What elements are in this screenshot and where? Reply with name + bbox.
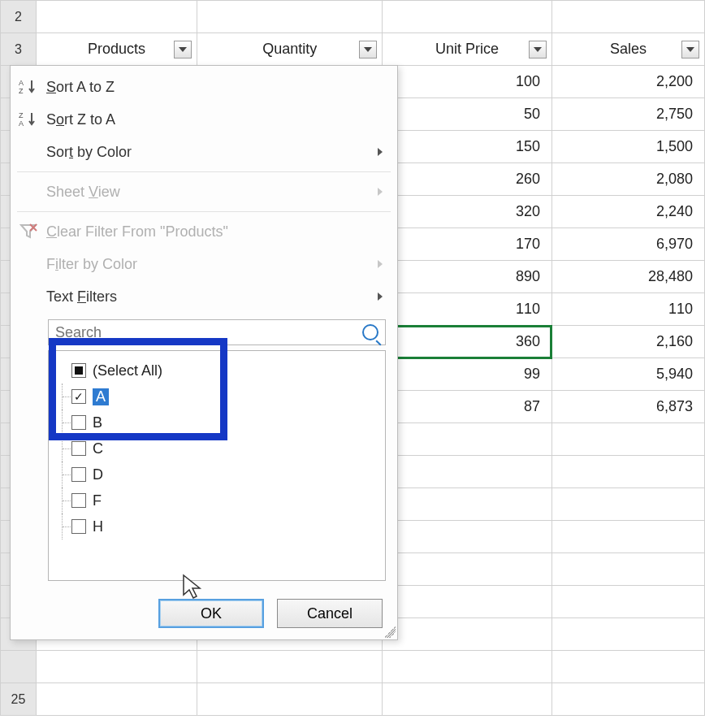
checkbox-icon[interactable] xyxy=(71,519,86,534)
svg-text:A: A xyxy=(19,119,24,128)
ok-button[interactable]: OK xyxy=(158,599,264,628)
menu-filter-by-color: Filter by Color xyxy=(11,248,397,280)
column-header-products[interactable]: Products xyxy=(36,33,197,66)
filter-menu: AZ Sort A to Z ZA Sort Z to A Sort by Co… xyxy=(10,65,398,640)
filter-button-row: OK Cancel xyxy=(11,592,397,639)
menu-sort-za[interactable]: ZA Sort Z to A xyxy=(11,103,397,136)
checkbox-icon[interactable] xyxy=(71,467,86,482)
cancel-button[interactable]: Cancel xyxy=(277,599,383,628)
header-label: Quantity xyxy=(262,41,317,57)
table-row[interactable] xyxy=(1,651,705,683)
filter-item-label: D xyxy=(93,466,103,483)
menu-sort-by-color[interactable]: Sort by Color xyxy=(11,136,397,168)
filter-item-d[interactable]: D xyxy=(71,462,385,488)
checkbox-icon[interactable] xyxy=(71,441,86,456)
filter-item-select-all[interactable]: (Select All) xyxy=(71,358,385,384)
menu-sheet-view: Sheet View xyxy=(11,176,397,208)
filter-item-label: (Select All) xyxy=(93,362,162,379)
filter-item-f[interactable]: F xyxy=(71,488,385,514)
filter-search-box[interactable] xyxy=(48,319,386,345)
filter-dropdown-sales[interactable] xyxy=(681,41,699,58)
filter-item-label: B xyxy=(93,414,102,431)
active-cell: 360 xyxy=(383,326,552,358)
checkbox-mixed-icon[interactable] xyxy=(71,363,86,378)
filter-item-label: A xyxy=(93,388,109,405)
column-header-unit-price[interactable]: Unit Price xyxy=(383,33,552,66)
filter-dropdown-quantity[interactable] xyxy=(359,41,377,58)
filter-item-c[interactable]: C xyxy=(71,436,385,462)
menu-separator xyxy=(17,211,391,212)
filter-values-list: (Select All) A B C D F xyxy=(48,350,386,581)
sort-ascending-icon: AZ xyxy=(19,77,38,97)
filter-dropdown-unit-price[interactable] xyxy=(529,41,547,58)
chevron-down-icon xyxy=(364,47,372,52)
filter-item-a[interactable]: A xyxy=(71,384,385,410)
filter-item-label: F xyxy=(93,492,102,509)
chevron-down-icon xyxy=(534,47,542,52)
checkbox-icon[interactable] xyxy=(71,493,86,508)
table-row[interactable]: 25 xyxy=(1,683,705,716)
checkbox-checked-icon[interactable] xyxy=(71,389,86,404)
svg-text:Z: Z xyxy=(19,111,24,119)
cell-empty[interactable] xyxy=(197,1,383,33)
header-label: Unit Price xyxy=(435,41,499,57)
menu-clear-filter: Clear Filter From "Products" xyxy=(11,215,397,248)
checkbox-icon[interactable] xyxy=(71,415,86,430)
header-label: Products xyxy=(88,41,145,57)
column-header-sales[interactable]: Sales xyxy=(551,33,704,66)
chevron-down-icon xyxy=(179,47,187,52)
filter-item-b[interactable]: B xyxy=(71,410,385,436)
chevron-down-icon xyxy=(686,47,694,52)
menu-sort-az[interactable]: AZ Sort A to Z xyxy=(11,71,397,103)
row-header-3[interactable]: 3 xyxy=(1,33,37,66)
svg-text:Z: Z xyxy=(19,87,24,95)
filter-dropdown-products[interactable] xyxy=(174,41,192,58)
sort-descending-icon: ZA xyxy=(19,110,38,129)
filter-search-input[interactable] xyxy=(49,324,362,341)
cell-empty[interactable] xyxy=(551,1,704,33)
row-header-2[interactable]: 2 xyxy=(1,1,37,33)
cell-empty[interactable] xyxy=(36,1,197,33)
search-icon xyxy=(362,324,378,340)
column-header-quantity[interactable]: Quantity xyxy=(197,33,383,66)
filter-item-label: H xyxy=(93,518,103,535)
resize-grip-icon[interactable] xyxy=(384,626,396,638)
filter-item-label: C xyxy=(93,440,103,457)
filter-item-h[interactable]: H xyxy=(71,514,385,540)
menu-separator xyxy=(17,171,391,172)
header-label: Sales xyxy=(610,41,647,57)
cell-empty[interactable] xyxy=(383,1,552,33)
svg-text:A: A xyxy=(19,79,24,87)
menu-text-filters[interactable]: Text Filters xyxy=(11,280,397,313)
clear-filter-icon xyxy=(19,222,38,241)
